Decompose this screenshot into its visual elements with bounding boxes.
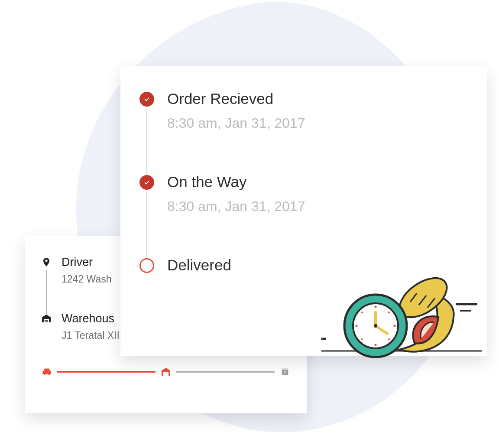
step-title: Order Recieved [167,90,305,107]
progress-seg-1 [57,371,156,373]
pin-icon [41,256,52,268]
timeline-step-received: Order Recieved 8:30 am, Jan 31, 2017 [139,90,468,133]
timeline-step-ontheway: On the Way 8:30 am, Jan 31, 2017 [139,173,468,217]
driver-address: 1242 Wash [62,273,112,285]
svg-point-15 [361,312,363,313]
order-timeline-card: Order Recieved 8:30 am, Jan 31, 2017 On … [120,66,487,356]
grocery-illustration [321,269,482,360]
step-title: Delivered [167,256,231,274]
step-title: On the Way [167,173,305,191]
circle-icon [139,258,154,273]
warehouse-small-icon [160,366,172,378]
svg-point-16 [388,338,390,340]
svg-point-17 [361,338,363,340]
check-icon [139,92,154,107]
step-time: 8:30 am, Jan 31, 2017 [167,115,305,131]
timeline-connector [146,108,147,177]
svg-point-14 [388,312,390,313]
progress-seg-2 [176,371,275,373]
svg-point-10 [375,306,377,308]
svg-point-13 [394,325,396,327]
route-connector [46,270,47,314]
car-icon [41,366,53,378]
step-time: 8:30 am, Jan 31, 2017 [167,198,305,214]
box-icon [279,366,291,378]
timeline-connector [146,192,147,260]
warehouse-icon [41,313,52,324]
check-icon [139,175,154,190]
svg-point-11 [375,344,377,346]
svg-point-12 [356,325,358,327]
svg-point-20 [374,324,377,328]
route-progress [41,366,291,378]
driver-label: Driver [62,256,112,269]
